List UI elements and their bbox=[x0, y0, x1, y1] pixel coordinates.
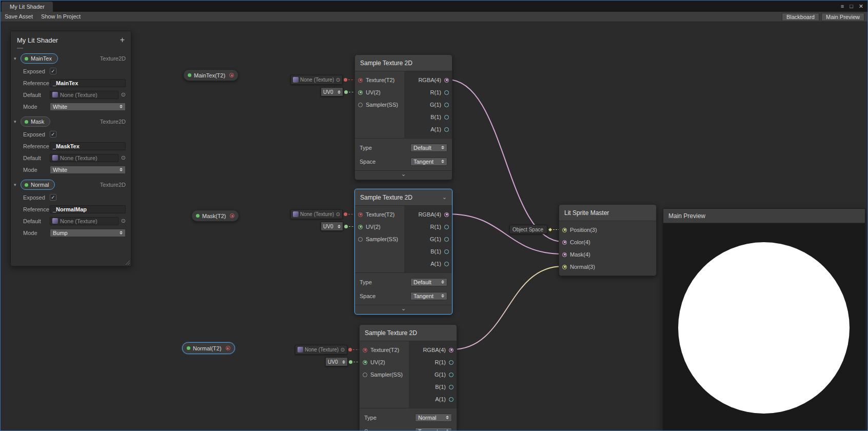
a-output-port[interactable] bbox=[444, 127, 449, 132]
a-output-port[interactable] bbox=[444, 262, 449, 266]
g-output-port[interactable] bbox=[449, 373, 453, 377]
widget-port[interactable] bbox=[344, 90, 348, 94]
sampler-input-port[interactable] bbox=[358, 237, 363, 242]
property-pill[interactable]: Normal bbox=[21, 180, 55, 190]
property-pill[interactable]: MainTex bbox=[21, 53, 58, 64]
edge-rgba-to-normal[interactable] bbox=[452, 266, 563, 349]
chevron-down-icon[interactable]: ▾ bbox=[14, 119, 21, 124]
property-pill[interactable]: Mask bbox=[21, 116, 50, 127]
uv-channel-dropdown[interactable]: UV0 bbox=[321, 222, 343, 231]
texture-object-field[interactable]: None (Texture) ⊙ bbox=[295, 345, 347, 355]
sample-texture-2d-node-1[interactable]: Sample Texture 2D Texture(T2) UV(2) Samp… bbox=[354, 54, 452, 180]
main-preview-header[interactable]: Main Preview bbox=[663, 209, 865, 223]
default-object-field[interactable]: None (Texture) bbox=[50, 154, 119, 162]
texture-output-port[interactable] bbox=[226, 346, 230, 350]
edge-rgba-to-color[interactable] bbox=[447, 80, 563, 242]
space-dropdown[interactable]: Tangent bbox=[415, 427, 452, 431]
texture-input-port[interactable] bbox=[358, 212, 363, 217]
texture-input-port[interactable] bbox=[363, 348, 367, 352]
menu-icon[interactable]: ≡ bbox=[841, 3, 844, 10]
close-icon[interactable]: ✕ bbox=[859, 3, 863, 10]
widget-port[interactable] bbox=[349, 360, 352, 364]
r-output-port[interactable] bbox=[444, 90, 449, 95]
space-dropdown[interactable]: Tangent bbox=[410, 292, 447, 300]
resize-grip[interactable] bbox=[125, 260, 130, 265]
uv-input-port[interactable] bbox=[363, 360, 367, 365]
object-picker-icon[interactable]: ⊙ bbox=[336, 211, 340, 217]
default-object-field[interactable]: None (Texture) bbox=[50, 217, 119, 225]
texture-object-field[interactable]: None (Texture) ⊙ bbox=[290, 209, 343, 219]
sampler-input-port[interactable] bbox=[358, 103, 363, 107]
reference-input[interactable]: _NormalMap bbox=[50, 205, 126, 213]
widget-port[interactable] bbox=[344, 78, 347, 82]
default-object-field[interactable]: None (Texture) bbox=[50, 91, 119, 99]
rgba-output-port[interactable] bbox=[444, 212, 449, 217]
main-preview-panel[interactable]: Main Preview bbox=[663, 208, 865, 431]
texture-output-port[interactable] bbox=[229, 73, 234, 77]
graph-canvas[interactable]: MainTex(T2) Mask(T2) Normal(T2) None (Te… bbox=[1, 22, 868, 431]
blackboard-panel[interactable]: My Lit Shader + ▾ MainTex Texture2D Expo… bbox=[10, 31, 131, 266]
collapse-button[interactable]: ⌄ bbox=[355, 170, 452, 180]
uv-input-port[interactable] bbox=[358, 225, 363, 229]
widget-port[interactable] bbox=[348, 348, 352, 351]
r-output-port[interactable] bbox=[449, 360, 453, 365]
object-picker-icon[interactable]: ⊙ bbox=[121, 154, 126, 161]
rgba-output-port[interactable] bbox=[449, 348, 453, 352]
space-dropdown[interactable]: Tangent bbox=[410, 158, 447, 166]
edge-rgba-to-mask[interactable] bbox=[447, 214, 563, 254]
sample-texture-2d-node-2[interactable]: Sample Texture 2D ⌄ Texture(T2) UV(2) S bbox=[354, 189, 452, 315]
widget-port[interactable] bbox=[344, 225, 348, 228]
mask-input-port[interactable] bbox=[562, 252, 567, 257]
blackboard-toggle-button[interactable]: Blackboard bbox=[782, 13, 819, 21]
normal-input-port[interactable] bbox=[562, 265, 567, 269]
r-output-port[interactable] bbox=[444, 225, 449, 229]
preview-viewport[interactable] bbox=[663, 223, 865, 431]
chevron-down-icon[interactable]: ⌄ bbox=[442, 194, 447, 201]
maximize-icon[interactable]: □ bbox=[850, 3, 853, 10]
sample-texture-2d-node-3[interactable]: Sample Texture 2D Texture(T2) UV(2) Samp… bbox=[359, 324, 457, 431]
texture-input-port[interactable] bbox=[358, 78, 363, 83]
texture-output-port[interactable] bbox=[230, 213, 234, 218]
property-node-maintex[interactable]: MainTex(T2) bbox=[183, 69, 239, 81]
a-output-port[interactable] bbox=[449, 397, 453, 402]
chevron-down-icon[interactable]: ▾ bbox=[14, 56, 21, 61]
b-output-port[interactable] bbox=[449, 385, 453, 389]
node-title[interactable]: Lit Sprite Master bbox=[559, 205, 656, 221]
property-header[interactable]: ▾ MainTex Texture2D bbox=[11, 52, 131, 65]
exposed-checkbox[interactable]: ✓ bbox=[50, 68, 56, 74]
uv-channel-dropdown[interactable]: UV0 bbox=[325, 357, 348, 366]
object-picker-icon[interactable]: ⊙ bbox=[121, 91, 126, 98]
collapse-button[interactable]: ⌄ bbox=[355, 305, 452, 314]
blackboard-header[interactable]: My Lit Shader + bbox=[11, 31, 131, 52]
mode-dropdown[interactable]: White bbox=[50, 166, 126, 174]
type-dropdown[interactable]: Default bbox=[410, 144, 447, 152]
position-input-port[interactable] bbox=[562, 228, 567, 232]
uv-channel-dropdown[interactable]: UV0 bbox=[321, 87, 343, 96]
rgba-output-port[interactable] bbox=[444, 78, 449, 83]
window-tab[interactable]: My Lit Shader bbox=[2, 2, 53, 12]
uv-input-port[interactable] bbox=[358, 90, 363, 95]
b-output-port[interactable] bbox=[444, 249, 449, 254]
property-header[interactable]: ▾ Mask Texture2D bbox=[11, 115, 131, 128]
g-output-port[interactable] bbox=[444, 103, 449, 107]
lit-sprite-master-node[interactable]: Lit Sprite Master Position(3) Color(4) M… bbox=[559, 204, 657, 276]
add-property-button[interactable]: + bbox=[120, 35, 125, 45]
exposed-checkbox[interactable]: ✓ bbox=[50, 131, 56, 138]
object-picker-icon[interactable]: ⊙ bbox=[336, 77, 340, 83]
property-node-mask[interactable]: Mask(T2) bbox=[191, 210, 239, 222]
widget-port[interactable] bbox=[344, 212, 347, 216]
type-dropdown[interactable]: Default bbox=[410, 278, 447, 286]
chevron-down-icon[interactable]: ▾ bbox=[14, 182, 21, 187]
reference-input[interactable]: _MainTex bbox=[50, 79, 126, 87]
mode-dropdown[interactable]: White bbox=[50, 103, 126, 111]
sampler-input-port[interactable] bbox=[363, 373, 367, 377]
type-dropdown[interactable]: Normal bbox=[415, 414, 452, 422]
reference-input[interactable]: _MaskTex bbox=[50, 142, 126, 150]
texture-object-field[interactable]: None (Texture) ⊙ bbox=[290, 75, 343, 85]
mode-dropdown[interactable]: Bump bbox=[50, 229, 126, 237]
property-node-normal[interactable]: Normal(T2) bbox=[182, 342, 235, 354]
color-input-port[interactable] bbox=[562, 240, 567, 245]
main-preview-toggle-button[interactable]: Main Preview bbox=[821, 13, 864, 21]
node-title[interactable]: Sample Texture 2D ⌄ bbox=[355, 189, 452, 206]
show-in-project-button[interactable]: Show In Project bbox=[37, 12, 85, 22]
